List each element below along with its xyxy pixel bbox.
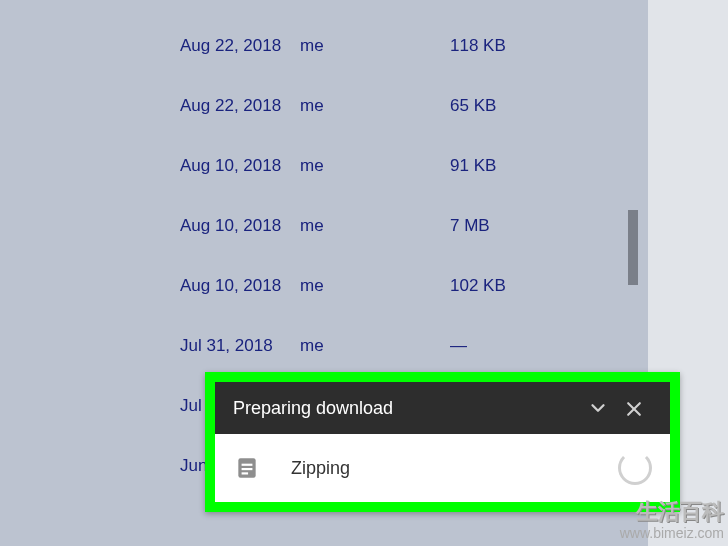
table-row[interactable]: Aug 22, 2018 me 118 KB — [0, 16, 620, 76]
file-date: Aug 10, 2018 — [180, 276, 300, 296]
download-body: Zipping — [215, 434, 670, 502]
file-owner: me — [300, 36, 450, 56]
scrollbar-thumb[interactable] — [628, 210, 638, 285]
table-row[interactable]: Aug 10, 2018 me 7 MB — [0, 196, 620, 256]
close-button[interactable] — [616, 397, 652, 418]
svg-rect-4 — [242, 468, 253, 470]
collapse-button[interactable] — [580, 397, 616, 419]
file-owner: me — [300, 156, 450, 176]
file-date: Aug 22, 2018 — [180, 96, 300, 116]
file-date: Aug 10, 2018 — [180, 156, 300, 176]
file-owner: me — [300, 336, 450, 356]
file-owner: me — [300, 216, 450, 236]
file-size: 102 KB — [450, 276, 550, 296]
file-date: Jul 31, 2018 — [180, 336, 300, 356]
zip-file-icon — [233, 454, 261, 482]
page: Aug 22, 2018 me 118 KB Aug 22, 2018 me 6… — [0, 0, 728, 546]
file-size: 7 MB — [450, 216, 550, 236]
download-header: Preparing download — [215, 382, 670, 434]
svg-rect-3 — [242, 464, 253, 466]
file-size: 91 KB — [450, 156, 550, 176]
close-icon — [624, 399, 644, 419]
file-owner: me — [300, 96, 450, 116]
table-row[interactable]: Aug 10, 2018 me 102 KB — [0, 256, 620, 316]
chevron-down-icon — [587, 397, 609, 419]
file-owner: me — [300, 276, 450, 296]
spinner-icon — [618, 451, 652, 485]
file-size: — — [450, 336, 550, 356]
file-size: 118 KB — [450, 36, 550, 56]
table-row[interactable]: Aug 10, 2018 me 91 KB — [0, 136, 620, 196]
table-row[interactable]: Aug 22, 2018 me 65 KB — [0, 76, 620, 136]
file-size: 65 KB — [450, 96, 550, 116]
svg-rect-5 — [242, 472, 249, 474]
download-highlight: Preparing download Zipping — [205, 372, 680, 512]
download-status: Zipping — [291, 458, 618, 479]
file-date: Aug 10, 2018 — [180, 216, 300, 236]
file-date: Aug 22, 2018 — [180, 36, 300, 56]
table-row[interactable]: Jul 31, 2018 me — — [0, 316, 620, 376]
download-title: Preparing download — [233, 398, 580, 419]
